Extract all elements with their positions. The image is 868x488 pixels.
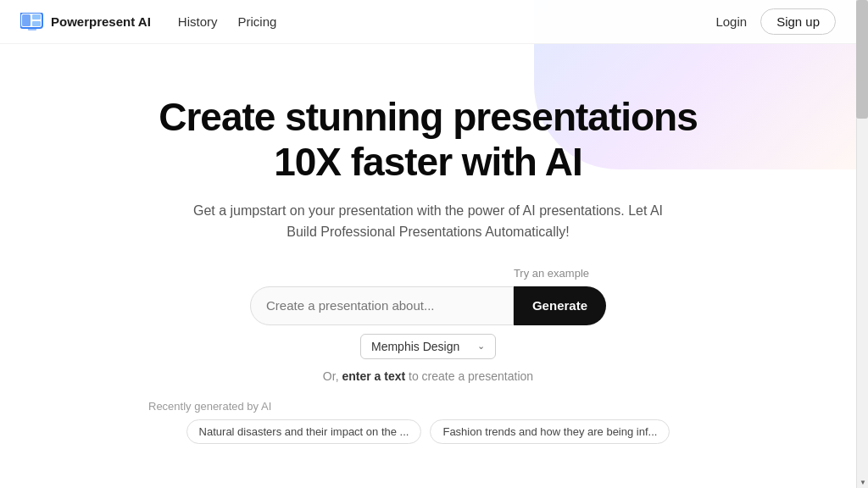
search-input[interactable] bbox=[250, 286, 514, 325]
scrollbar[interactable]: ▼ bbox=[856, 0, 868, 488]
recently-label: Recently generated by AI bbox=[148, 400, 271, 413]
or-bold: enter a text bbox=[342, 369, 405, 383]
scrollbar-arrow-down[interactable]: ▼ bbox=[857, 476, 868, 488]
nav-pricing[interactable]: Pricing bbox=[237, 14, 276, 29]
svg-rect-4 bbox=[28, 28, 36, 30]
hero-title-line1: Create stunning presentations bbox=[159, 95, 698, 139]
try-example-label: Try an example bbox=[514, 267, 589, 280]
dropdown-selected-value: Memphis Design bbox=[371, 340, 459, 353]
login-button[interactable]: Login bbox=[715, 14, 747, 29]
search-area: Try an example Generate Memphis Design ⌄… bbox=[0, 267, 856, 383]
generate-button[interactable]: Generate bbox=[514, 286, 606, 325]
recent-chip-1[interactable]: Natural disasters and their impact on th… bbox=[186, 419, 422, 444]
or-prefix: Or, bbox=[323, 369, 342, 383]
hero-title-line2: 10X faster with AI bbox=[274, 140, 582, 184]
recent-chip-2[interactable]: Fashion trends and how they are being in… bbox=[430, 419, 670, 444]
header: Powerpresent AI History Pricing Login Si… bbox=[0, 0, 856, 44]
or-text: Or, enter a text to create a presentatio… bbox=[323, 369, 533, 383]
nav-links: History Pricing bbox=[178, 14, 716, 29]
or-suffix: to create a presentation bbox=[405, 369, 533, 383]
svg-rect-2 bbox=[32, 14, 41, 19]
header-right: Login Sign up bbox=[715, 8, 836, 35]
hero-subtitle: Get a jumpstart on your presentation wit… bbox=[191, 200, 665, 243]
signup-button[interactable]: Sign up bbox=[760, 8, 836, 35]
logo-area[interactable]: Powerpresent AI bbox=[20, 13, 151, 31]
chevron-down-icon: ⌄ bbox=[477, 341, 485, 352]
dropdown-row: Memphis Design ⌄ bbox=[360, 334, 496, 359]
svg-rect-1 bbox=[22, 14, 31, 26]
nav-history[interactable]: History bbox=[178, 14, 218, 29]
logo-icon bbox=[20, 13, 44, 31]
logo-text: Powerpresent AI bbox=[51, 14, 151, 29]
scrollbar-thumb[interactable] bbox=[856, 0, 868, 119]
main-content: Create stunning presentations 10X faster… bbox=[0, 44, 856, 488]
search-row: Generate bbox=[250, 286, 606, 325]
theme-dropdown[interactable]: Memphis Design ⌄ bbox=[360, 334, 496, 359]
hero-title: Create stunning presentations 10X faster… bbox=[159, 95, 698, 185]
recently-section: Recently generated by AI Natural disaste… bbox=[0, 400, 856, 444]
svg-rect-3 bbox=[32, 21, 41, 26]
recently-chips: Natural disasters and their impact on th… bbox=[186, 419, 670, 444]
